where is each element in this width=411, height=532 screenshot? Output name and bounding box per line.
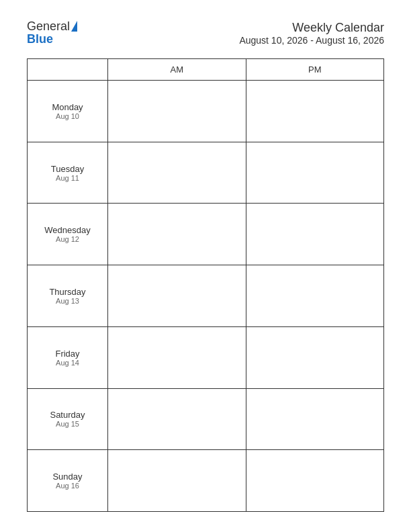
day-date: Aug 11 <box>30 174 105 182</box>
am-column-header: AM <box>108 59 246 81</box>
day-name: Sunday <box>30 472 105 482</box>
pm-cell[interactable] <box>246 388 384 450</box>
am-cell[interactable] <box>108 326 246 388</box>
logo-text: General <box>27 20 77 32</box>
logo-triangle-icon <box>71 21 77 32</box>
title-block: Weekly Calendar August 10, 2026 - August… <box>239 21 384 46</box>
table-row: FridayAug 14 <box>28 326 384 388</box>
table-row: SaturdayAug 15 <box>28 388 384 450</box>
day-date: Aug 15 <box>30 420 105 428</box>
day-date: Aug 16 <box>30 482 105 490</box>
am-cell[interactable] <box>108 388 246 450</box>
day-name: Monday <box>30 102 105 112</box>
logo-general: General <box>27 20 70 32</box>
day-name: Saturday <box>30 410 105 420</box>
day-label-cell: FridayAug 14 <box>28 326 108 388</box>
day-label-cell: SaturdayAug 15 <box>28 388 108 450</box>
calendar-table: AM PM MondayAug 10TuesdayAug 11Wednesday… <box>27 58 384 512</box>
day-label-cell: TuesdayAug 11 <box>28 142 108 204</box>
day-name: Wednesday <box>30 225 105 235</box>
am-cell[interactable] <box>108 204 246 265</box>
table-row: ThursdayAug 13 <box>28 265 384 327</box>
am-cell[interactable] <box>108 81 246 142</box>
day-label-cell: ThursdayAug 13 <box>28 265 108 327</box>
header: General Blue Weekly Calendar August 10, … <box>27 20 384 46</box>
day-column-header <box>28 59 108 81</box>
pm-cell[interactable] <box>246 81 384 142</box>
calendar-title: Weekly Calendar <box>239 21 384 35</box>
day-label-cell: MondayAug 10 <box>28 81 108 142</box>
day-date: Aug 13 <box>30 297 105 305</box>
logo: General Blue <box>27 20 77 46</box>
am-cell[interactable] <box>108 450 246 512</box>
pm-cell[interactable] <box>246 326 384 388</box>
day-date: Aug 10 <box>30 112 105 120</box>
date-range: August 10, 2026 - August 16, 2026 <box>239 35 384 46</box>
day-name: Friday <box>30 349 105 359</box>
column-header-row: AM PM <box>28 59 384 81</box>
day-date: Aug 12 <box>30 235 105 243</box>
pm-column-header: PM <box>246 59 384 81</box>
table-row: WednesdayAug 12 <box>28 204 384 265</box>
day-name: Tuesday <box>30 164 105 174</box>
pm-cell[interactable] <box>246 265 384 327</box>
table-row: SundayAug 16 <box>28 450 384 512</box>
page: General Blue Weekly Calendar August 10, … <box>0 0 411 532</box>
day-date: Aug 14 <box>30 359 105 367</box>
pm-cell[interactable] <box>246 204 384 265</box>
am-cell[interactable] <box>108 265 246 327</box>
day-label-cell: SundayAug 16 <box>28 450 108 512</box>
table-row: MondayAug 10 <box>28 81 384 142</box>
day-label-cell: WednesdayAug 12 <box>28 204 108 265</box>
logo-blue: Blue <box>27 32 53 46</box>
pm-cell[interactable] <box>246 450 384 512</box>
am-cell[interactable] <box>108 142 246 204</box>
table-row: TuesdayAug 11 <box>28 142 384 204</box>
pm-cell[interactable] <box>246 142 384 204</box>
day-name: Thursday <box>30 287 105 297</box>
